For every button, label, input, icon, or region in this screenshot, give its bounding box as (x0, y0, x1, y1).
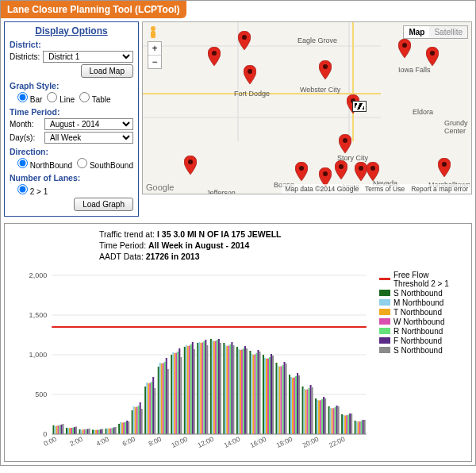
svg-text:10:00: 10:00 (170, 435, 189, 449)
map-terms-link[interactable]: Terms of Use (365, 185, 405, 193)
svg-rect-115 (149, 383, 151, 434)
legend-threshold: Free Flow Threshold 2 > 1 (379, 271, 468, 288)
svg-rect-39 (92, 429, 94, 434)
map-pin-icon[interactable] (438, 158, 451, 177)
svg-rect-149 (282, 365, 284, 434)
map-pin-icon[interactable] (295, 162, 308, 181)
dir-north-radio[interactable]: NorthBound (17, 158, 72, 170)
load-graph-button[interactable]: Load Graph (74, 198, 133, 211)
svg-rect-42 (132, 410, 133, 434)
workzone-icon[interactable] (352, 101, 367, 112)
svg-rect-185 (128, 421, 129, 434)
svg-rect-38 (79, 429, 81, 434)
svg-point-13 (402, 43, 407, 48)
map-city-label: Iowa Falls (398, 66, 431, 74)
svg-rect-75 (251, 354, 252, 434)
svg-rect-136 (112, 428, 113, 434)
svg-rect-162 (140, 402, 141, 434)
svg-rect-155 (361, 421, 363, 434)
zoom-in-button[interactable]: + (148, 42, 161, 56)
svg-point-23 (151, 26, 155, 31)
legend-item: M Northbound (379, 298, 468, 307)
svg-rect-113 (123, 422, 125, 434)
lanes-2to1-radio[interactable]: 2 > 1 (17, 184, 48, 196)
map-pin-icon[interactable] (426, 47, 439, 66)
month-select[interactable]: August - 2014 (44, 118, 133, 130)
map-pin-icon[interactable] (319, 60, 332, 79)
svg-rect-117 (175, 352, 177, 434)
svg-rect-127 (307, 389, 309, 434)
dir-south-radio[interactable]: SouthBound (77, 158, 133, 170)
svg-rect-132 (60, 425, 61, 433)
svg-rect-52 (263, 355, 264, 434)
svg-rect-178 (349, 413, 351, 434)
chart-plot: 05001,0001,5002,0000:002:004:006:008:001… (8, 267, 374, 458)
svg-rect-142 (190, 344, 192, 434)
svg-rect-156 (61, 425, 63, 434)
svg-rect-111 (97, 429, 98, 433)
svg-rect-104 (318, 400, 320, 434)
map-pin-icon[interactable] (244, 65, 256, 84)
days-select[interactable]: All Week (44, 132, 133, 144)
svg-point-20 (359, 166, 363, 171)
map-pin-icon[interactable] (355, 162, 367, 181)
svg-rect-189 (180, 357, 182, 434)
svg-rect-56 (315, 398, 317, 434)
district-select[interactable]: District 1 (43, 51, 133, 63)
svg-point-22 (442, 162, 447, 167)
svg-text:6:00: 6:00 (121, 435, 137, 448)
map-city-label: Fort Dodge (234, 90, 270, 98)
style-table-radio[interactable]: Table (79, 92, 111, 104)
svg-text:18:00: 18:00 (275, 435, 294, 449)
style-line-radio[interactable]: Line (47, 92, 75, 104)
svg-point-8 (212, 51, 217, 56)
chart-legend: Free Flow Threshold 2 > 1 S NorthboundM … (374, 267, 468, 458)
svg-point-14 (430, 51, 435, 56)
svg-rect-170 (244, 346, 246, 434)
chart-period: All Week in August - 2014 (148, 240, 249, 250)
map-city-label: Jefferson (206, 189, 236, 194)
maptype-map-button[interactable]: Map (404, 26, 429, 38)
svg-rect-106 (344, 415, 346, 434)
app-title: Lane Closure Planning Tool (LCPTool) (1, 1, 186, 18)
map-pin-icon[interactable] (367, 162, 379, 181)
svg-rect-64 (107, 429, 109, 434)
map-pin-icon[interactable] (208, 47, 221, 66)
zoom-out-button[interactable]: − (148, 56, 161, 68)
svg-rect-201 (338, 406, 340, 434)
map-pin-icon[interactable] (238, 31, 251, 50)
maptype-satellite-button[interactable]: Satellite (429, 26, 467, 38)
svg-text:12:00: 12:00 (196, 435, 215, 449)
map-pin-icon[interactable] (339, 134, 351, 153)
svg-rect-184 (115, 427, 117, 434)
days-label: Day(s): (10, 133, 41, 142)
map-report-link[interactable]: Report a map error (411, 185, 468, 193)
map-attribution: Map data ©2014 Google (285, 185, 359, 193)
svg-rect-148 (269, 357, 271, 434)
svg-rect-172 (271, 354, 272, 434)
map-canvas[interactable]: Fort DodgeWebster CityEagle GroveIowa Fa… (142, 21, 472, 194)
options-heading: Display Options (10, 25, 133, 37)
svg-rect-137 (125, 421, 126, 433)
svg-rect-87 (95, 429, 97, 433)
svg-rect-47 (197, 343, 198, 434)
svg-rect-196 (272, 356, 274, 434)
svg-rect-54 (289, 375, 290, 434)
svg-rect-194 (246, 348, 248, 434)
svg-rect-119 (202, 342, 203, 434)
svg-point-15 (188, 160, 193, 164)
streetview-pegman-icon[interactable] (148, 25, 159, 40)
svg-rect-85 (69, 428, 71, 434)
map-pin-icon[interactable] (184, 156, 197, 175)
chart-location: I 35 3.0 MI N OF IA 175 JEWELL (157, 229, 282, 239)
load-map-button[interactable]: Load Map (81, 64, 133, 78)
map-pin-icon[interactable] (398, 39, 411, 58)
svg-rect-46 (184, 347, 186, 434)
svg-rect-166 (192, 342, 194, 434)
display-options-panel: Display Options District: Districts: Dis… (4, 21, 139, 217)
map-pin-icon[interactable] (335, 160, 347, 179)
chart-aadt: 21726 in 2013 (146, 252, 200, 261)
svg-rect-122 (241, 349, 243, 434)
svg-rect-83 (356, 421, 358, 434)
style-bar-radio[interactable]: Bar (17, 92, 42, 104)
